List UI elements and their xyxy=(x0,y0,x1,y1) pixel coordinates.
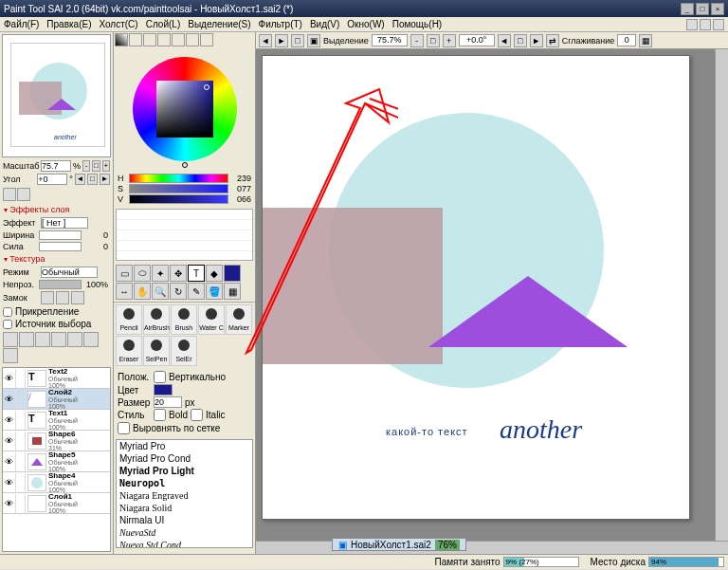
menu-view[interactable]: Вид(V) xyxy=(310,19,339,29)
bold-checkbox[interactable] xyxy=(154,409,166,421)
font-option[interactable]: Myriad Pro Cond xyxy=(117,452,252,465)
menu-canvas[interactable]: Холст(C) xyxy=(99,19,137,29)
zoom-reset-button[interactable]: □ xyxy=(92,160,100,172)
new-folder-button[interactable] xyxy=(35,332,50,347)
flip-h-button[interactable] xyxy=(3,188,16,201)
menu-select[interactable]: Выделение(S) xyxy=(188,19,250,29)
layer-row[interactable]: 👁Shape4Обычный100% xyxy=(3,472,110,493)
layer-row[interactable]: 👁Shape6Обычный31% xyxy=(3,431,110,451)
visibility-icon[interactable]: 👁 xyxy=(3,390,16,409)
rotate-reset-button[interactable]: □ xyxy=(87,174,98,185)
stabilizer-value[interactable]: 0 xyxy=(617,34,636,46)
lock-pixel-button[interactable] xyxy=(56,291,69,304)
brush-brush[interactable]: Brush xyxy=(171,304,197,335)
shape-tool[interactable]: ◆ xyxy=(206,265,223,282)
rotate-tool[interactable]: ↻ xyxy=(170,283,187,300)
visibility-icon[interactable]: 👁 xyxy=(3,473,16,492)
bucket-tool[interactable]: 🪣 xyxy=(206,283,223,300)
document-tab[interactable]: ▣НовыйХолст1.sai276% xyxy=(332,538,466,551)
visibility-icon[interactable]: 👁 xyxy=(3,494,16,513)
layer-row[interactable]: 👁TText1Обычный100% xyxy=(3,410,110,431)
blend-mode-select[interactable] xyxy=(41,267,98,278)
brush-eraser[interactable]: Eraser xyxy=(116,336,142,366)
brush-selpen[interactable]: SelPen xyxy=(143,336,170,366)
fx-strength-slider[interactable] xyxy=(39,242,82,251)
selection-source-checkbox[interactable] xyxy=(3,320,12,329)
move-tool[interactable]: ✥ xyxy=(170,265,187,282)
fx-width-slider[interactable] xyxy=(39,230,82,240)
angle-input[interactable] xyxy=(37,174,67,185)
sat-slider[interactable] xyxy=(129,184,228,193)
font-option[interactable]: Nueva Std Cond xyxy=(117,539,252,548)
opacity-slider[interactable] xyxy=(39,280,82,289)
panel-min-icon[interactable] xyxy=(686,19,698,30)
canvas[interactable]: какой-то текст another xyxy=(262,55,690,520)
brush-marker[interactable]: Marker xyxy=(226,304,252,335)
navigator[interactable]: another xyxy=(2,34,111,157)
rgb-slider-button[interactable] xyxy=(143,33,156,46)
rotation-display[interactable]: +0.0° xyxy=(459,34,495,46)
lock-all-button[interactable] xyxy=(71,291,84,304)
layer-row[interactable]: 👁Слой1Обычный100% xyxy=(3,493,110,514)
font-option[interactable]: Nirmala UI xyxy=(117,514,252,526)
brush-seler[interactable]: SelEr xyxy=(171,336,197,366)
color-wheel-button[interactable] xyxy=(129,33,142,46)
tex-header[interactable]: Текстура xyxy=(0,252,113,266)
zoom-tool[interactable]: 🔍 xyxy=(152,283,169,300)
font-size-input[interactable] xyxy=(154,396,182,408)
text-color-swatch[interactable] xyxy=(154,384,173,395)
menu-help[interactable]: Помощь(H) xyxy=(392,19,443,29)
deselect-button[interactable]: □ xyxy=(291,34,304,47)
rotate-cw-button[interactable]: ► xyxy=(100,174,110,185)
layer-row[interactable]: 👁TText2Обычный100% xyxy=(3,368,110,389)
close-button[interactable]: × xyxy=(711,3,724,15)
undo-button[interactable]: ◄ xyxy=(259,34,272,47)
brush-airbrush[interactable]: AirBrush xyxy=(143,304,170,335)
font-option[interactable]: Neuropol xyxy=(117,477,252,489)
horizontal-scrollbar[interactable] xyxy=(256,541,728,554)
panel-max-icon[interactable] xyxy=(700,19,711,30)
val-slider[interactable] xyxy=(129,194,228,204)
zoom-display[interactable]: 75.7% xyxy=(372,34,408,46)
layer-row[interactable]: 👁Shape5Обычный100% xyxy=(3,451,110,472)
zoom-fit-btn[interactable]: □ xyxy=(427,34,440,47)
rotate-ccw-button[interactable]: ◄ xyxy=(75,174,85,185)
panel-close-icon[interactable] xyxy=(713,19,724,30)
color-swatch[interactable] xyxy=(224,265,241,282)
brush-pencil[interactable]: Pencil xyxy=(116,304,142,335)
swatches-panel[interactable] xyxy=(116,209,253,261)
menu-window[interactable]: Окно(W) xyxy=(347,19,384,29)
rot-cw-btn[interactable]: ► xyxy=(530,34,543,47)
flip-v-button[interactable] xyxy=(17,188,30,201)
new-mask-button[interactable] xyxy=(51,332,66,347)
redo-button[interactable]: ► xyxy=(275,34,288,47)
canvas-viewport[interactable]: какой-то текст another xyxy=(256,49,728,541)
menu-edit[interactable]: Правка(E) xyxy=(46,19,91,29)
gradient-tool[interactable]: ▦ xyxy=(224,283,241,300)
zoom-out-button[interactable]: - xyxy=(82,160,90,172)
eyedropper-tool[interactable]: ✎ xyxy=(188,283,205,300)
visibility-icon[interactable]: 👁 xyxy=(3,432,16,450)
lock-alpha-button[interactable] xyxy=(41,291,54,304)
font-option[interactable]: Niagara Engraved xyxy=(117,489,252,502)
brush-water c[interactable]: Water C xyxy=(198,304,225,335)
fg-bg-swatch[interactable] xyxy=(115,33,128,46)
text-tool[interactable]: T xyxy=(188,265,205,282)
layer-row[interactable]: 👁/Слой2Обычный100% xyxy=(3,389,110,410)
scratchpad-button[interactable] xyxy=(200,33,213,46)
visibility-icon[interactable]: 👁 xyxy=(3,369,16,388)
effect-select[interactable] xyxy=(41,217,88,229)
clear-layer-button[interactable] xyxy=(83,332,99,347)
font-option[interactable]: NuevaStd xyxy=(117,526,252,539)
rot-ccw-btn[interactable]: ◄ xyxy=(498,34,511,47)
wand-tool[interactable]: ✦ xyxy=(152,265,169,282)
lasso-tool[interactable]: ⬭ xyxy=(134,265,151,282)
new-vector-button[interactable] xyxy=(19,332,34,347)
merge-down-button[interactable] xyxy=(67,332,82,347)
flip-btn[interactable]: ⇄ xyxy=(546,34,559,47)
menu-layer[interactable]: Слой(L) xyxy=(146,19,181,29)
zoom-in-btn[interactable]: + xyxy=(443,34,456,47)
maximize-button[interactable]: □ xyxy=(696,3,709,15)
hue-slider[interactable] xyxy=(129,174,228,183)
menu-file[interactable]: Файл(F) xyxy=(4,19,39,29)
